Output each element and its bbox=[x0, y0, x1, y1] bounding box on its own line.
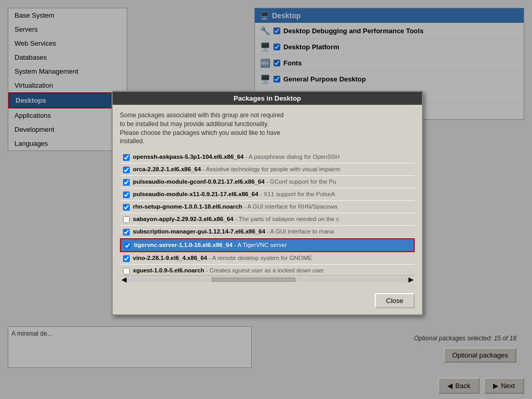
package-subscription-manager[interactable]: subscription-manager-gui-1.12.14-7.el6.x… bbox=[120, 226, 415, 238]
package-vino[interactable]: vino-2.28.1-9.el6_4.x86_64 - A remote de… bbox=[120, 252, 415, 265]
hscroll-left[interactable]: ◀ bbox=[120, 276, 128, 283]
package-list-wrapper: openssh-askpass-5.3p1-104.el6.x86_64 - A… bbox=[120, 151, 415, 283]
pkg-rhn-checkbox[interactable] bbox=[123, 204, 130, 211]
close-button[interactable]: Close bbox=[375, 293, 415, 308]
hscroll-thumb[interactable] bbox=[212, 278, 295, 282]
modal-body: Some packages associated with this group… bbox=[113, 105, 422, 289]
pkg-pulse-gconf-checkbox[interactable] bbox=[123, 179, 130, 186]
pkg-pulse-x11-checkbox[interactable] bbox=[123, 191, 130, 198]
package-pulseaudio-x11[interactable]: pulseaudio-module-x11-0.9.21-17.el6.x86_… bbox=[120, 188, 415, 201]
package-tigervnc[interactable]: tigervnc-server-1.1.0-16.el6.x86_64 - A … bbox=[120, 238, 415, 252]
main-background: Base System Servers Web Services Databas… bbox=[0, 0, 532, 399]
pkg-tigervnc-checkbox[interactable] bbox=[124, 242, 131, 249]
modal-dialog: Packages in Desktop Some packages associ… bbox=[112, 91, 423, 315]
package-sabayon[interactable]: sabayon-apply-2.29.92-3.el6.x86_64 - The… bbox=[120, 213, 415, 226]
horizontal-scrollbar[interactable]: ◀ ▶ bbox=[120, 276, 415, 283]
modal-description: Some packages associated with this group… bbox=[120, 111, 415, 146]
package-rhn-setup[interactable]: rhn-setup-gnome-1.0.0.1-18.el6.noarch - … bbox=[120, 201, 415, 213]
pkg-sabayon-checkbox[interactable] bbox=[123, 216, 130, 223]
package-xguest[interactable]: xguest-1.0.9-5.el6.noarch - Creates xgue… bbox=[120, 265, 415, 276]
pkg-xguest-checkbox[interactable] bbox=[123, 268, 130, 274]
package-scroll-area[interactable]: openssh-askpass-5.3p1-104.el6.x86_64 - A… bbox=[120, 151, 415, 276]
package-orca[interactable]: orca-2.28.2-1.el6.x86_64 - Assistive tec… bbox=[120, 163, 415, 176]
modal-titlebar: Packages in Desktop bbox=[113, 92, 422, 105]
package-openssh[interactable]: openssh-askpass-5.3p1-104.el6.x86_64 - A… bbox=[120, 151, 415, 163]
pkg-vino-checkbox[interactable] bbox=[123, 255, 130, 262]
modal-footer: Close bbox=[113, 289, 422, 314]
hscroll-right[interactable]: ▶ bbox=[406, 276, 415, 283]
pkg-subscription-checkbox[interactable] bbox=[123, 229, 130, 236]
package-pulseaudio-gconf[interactable]: pulseaudio-module-gconf-0.9.21-17.el6.x8… bbox=[120, 176, 415, 188]
pkg-openssh-checkbox[interactable] bbox=[123, 154, 130, 161]
pkg-orca-checkbox[interactable] bbox=[123, 167, 130, 173]
hscroll-track[interactable] bbox=[128, 278, 406, 282]
